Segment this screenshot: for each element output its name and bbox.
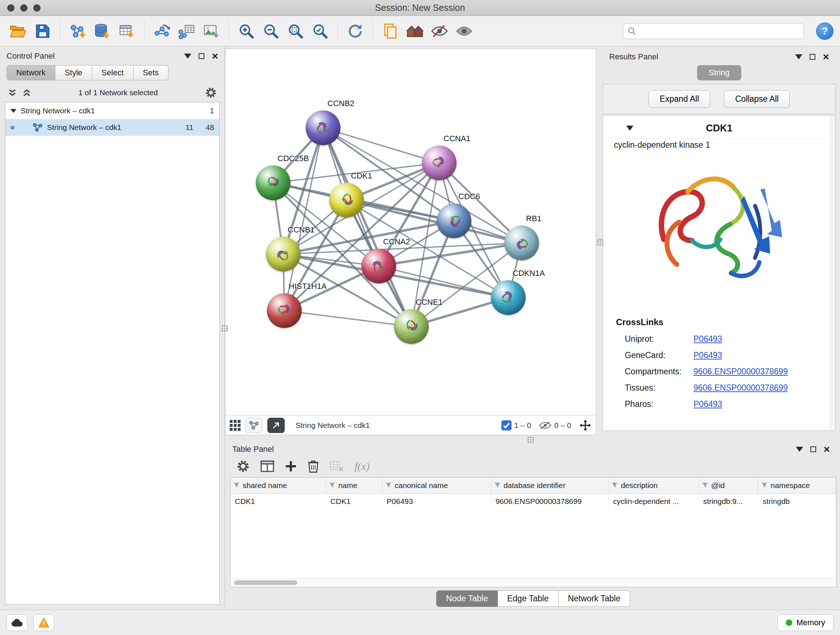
results-panel-float-button[interactable]	[795, 54, 802, 59]
tree-expand-triangle-icon[interactable]	[11, 109, 16, 113]
column-header-description[interactable]: description	[608, 478, 699, 494]
column-header-canonical-name[interactable]: canonical name	[382, 478, 491, 494]
network-node-cdk1[interactable]	[329, 183, 364, 218]
collapse-all-results-button[interactable]: Collapse All	[724, 90, 790, 108]
table-tabs: Node TableEdge TableNetwork Table	[230, 587, 836, 608]
table-panel-undock-button[interactable]	[810, 447, 816, 452]
crosslink-link[interactable]: P06493	[693, 334, 722, 344]
clone-network-button[interactable]	[150, 19, 174, 43]
results-panel-undock-button[interactable]	[810, 54, 815, 60]
tab-style[interactable]: Style	[55, 65, 92, 80]
network-node-ccna2[interactable]	[362, 249, 396, 283]
search-input[interactable]	[640, 27, 799, 36]
network-node-ccne1[interactable]	[394, 309, 429, 344]
navigate-mode-button[interactable]	[579, 419, 592, 432]
network-from-table-button[interactable]	[175, 19, 198, 43]
window-minimize-button[interactable]	[20, 4, 27, 11]
collapse-all-button[interactable]	[8, 88, 17, 97]
import-network-from-database-button[interactable]	[91, 19, 114, 43]
zoom-in-button[interactable]	[235, 19, 258, 43]
network-node-rb1[interactable]	[504, 226, 539, 260]
memory-button[interactable]: Memory	[777, 614, 834, 631]
column-header-name[interactable]: name	[326, 478, 382, 494]
network-edge[interactable]	[323, 128, 439, 163]
grid-view-button[interactable]	[230, 420, 240, 431]
crosslink-link[interactable]: P06493	[693, 399, 722, 409]
create-column-button[interactable]	[285, 461, 297, 472]
show-annotations-button[interactable]	[453, 19, 476, 43]
scrollbar-thumb[interactable]	[234, 580, 297, 585]
tab-sets[interactable]: Sets	[134, 65, 169, 80]
function-builder-button[interactable]: f(x)	[355, 460, 370, 472]
export-image-button[interactable]	[200, 19, 223, 43]
network-node-ccnb1[interactable]	[266, 237, 301, 272]
window-zoom-button[interactable]	[33, 4, 41, 11]
help-button[interactable]: ?	[816, 22, 834, 40]
zoom-out-button[interactable]	[259, 19, 283, 43]
zoom-selected-button[interactable]	[309, 19, 332, 43]
network-overview-button[interactable]	[246, 418, 262, 433]
column-header-@id[interactable]: @id	[699, 478, 758, 494]
zoom-fit-button[interactable]	[284, 19, 307, 43]
apply-layout-button[interactable]	[344, 19, 367, 43]
network-canvas[interactable]: CCNB2CCNA1CDC25BCDK1CDC6RB1CCNB1CCNA2CDK…	[225, 49, 596, 415]
delete-column-button[interactable]	[308, 460, 319, 473]
copy-button[interactable]	[379, 19, 402, 43]
delete-table-button[interactable]	[330, 461, 344, 472]
selected-checkbox-icon[interactable]	[501, 420, 512, 431]
splitter-handle[interactable]	[597, 239, 603, 245]
results-scrollbar[interactable]	[830, 116, 835, 431]
network-edge[interactable]	[323, 128, 411, 326]
tab-select[interactable]: Select	[92, 65, 134, 80]
hidden-eye-icon[interactable]	[539, 421, 551, 430]
results-panel-close-button[interactable]: ×	[823, 51, 829, 62]
tab-edge-table[interactable]: Edge Table	[498, 591, 559, 607]
warnings-button[interactable]	[33, 614, 54, 631]
table-horizontal-scrollbar[interactable]	[231, 578, 836, 587]
network-node-cdkn1a[interactable]	[491, 280, 526, 315]
network-node-hist1h1a[interactable]	[267, 293, 302, 328]
import-network-from-file-button[interactable]	[66, 19, 89, 43]
tab-node-table[interactable]: Node Table	[436, 591, 498, 607]
cloud-status-button[interactable]	[6, 614, 27, 631]
splitter-handle[interactable]	[527, 437, 534, 443]
open-session-button[interactable]	[6, 19, 30, 43]
control-panel-close-button[interactable]: ×	[212, 51, 218, 62]
window-close-button[interactable]	[7, 4, 14, 11]
column-header-database-identifier[interactable]: database identifier	[491, 478, 608, 494]
splitter-handle[interactable]	[221, 325, 228, 332]
crosslink-link[interactable]: 9606.ENSP00000378699	[693, 383, 788, 393]
expand-all-button[interactable]	[22, 88, 31, 97]
tab-network[interactable]: Network	[6, 65, 55, 80]
network-node-ccnb2[interactable]	[306, 111, 340, 145]
save-session-button[interactable]	[31, 19, 54, 43]
column-header-namespace[interactable]: namespace	[758, 478, 836, 494]
table-panel-float-button[interactable]	[796, 447, 803, 452]
show-columns-button[interactable]	[261, 461, 274, 472]
network-row[interactable]: String Network – cdk1 11 48	[5, 119, 219, 136]
network-node-ccna1[interactable]	[422, 146, 456, 180]
control-panel-undock-button[interactable]	[199, 53, 204, 59]
table-options-button[interactable]	[237, 460, 249, 473]
table-row[interactable]: CDK1CDK1P064939606.ENSP00000378699cyclin…	[231, 494, 836, 509]
expand-all-results-button[interactable]: Expand All	[649, 90, 711, 108]
network-options-button[interactable]	[205, 87, 217, 98]
tab-string[interactable]: String	[697, 65, 741, 80]
table-scroll-area[interactable]: shared namenamecanonical namedatabase id…	[231, 478, 836, 578]
tab-network-table[interactable]: Network Table	[559, 591, 630, 607]
network-node-cdc6[interactable]	[437, 203, 471, 238]
collapse-triangle-icon[interactable]	[626, 126, 633, 131]
gene-header[interactable]: CDK1	[603, 116, 835, 139]
crosslink-link[interactable]: 9606.ENSP00000378699	[693, 367, 788, 377]
network-edge[interactable]	[284, 310, 411, 326]
hide-annotations-button[interactable]	[428, 19, 451, 43]
crosslink-link[interactable]: P06493	[693, 350, 722, 360]
column-header-shared-name[interactable]: shared name	[231, 478, 326, 494]
home-button[interactable]	[403, 19, 426, 43]
control-panel-float-button[interactable]	[184, 54, 191, 59]
network-collection-row[interactable]: String Network – cdk1 1	[5, 103, 219, 119]
network-node-cdc25b[interactable]	[256, 165, 291, 200]
detach-view-button[interactable]	[267, 418, 285, 433]
table-panel-close-button[interactable]: ×	[823, 444, 830, 455]
import-table-from-file-button[interactable]	[115, 19, 139, 43]
